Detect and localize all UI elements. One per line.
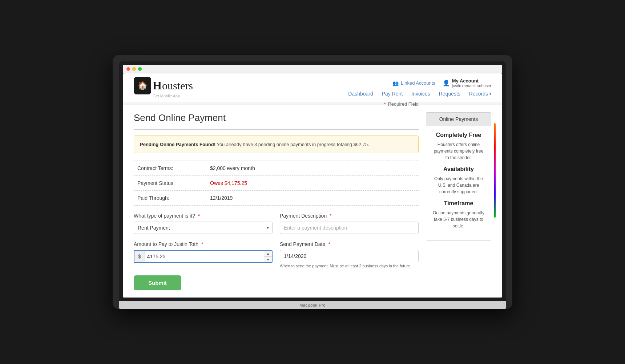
- contract-terms-label: Contract Terms:: [137, 165, 210, 171]
- sidebar-header: Online Payments: [426, 112, 491, 126]
- payment-status-row: Payment Status: Owes $4,175.25: [134, 176, 419, 191]
- payment-status-value: Owes $4,175.25: [210, 180, 247, 186]
- send-date-label: Send Payment Date *: [280, 241, 419, 247]
- sub-header: [123, 102, 502, 105]
- my-account-label: My Account: [452, 78, 491, 84]
- sidebar-accent-bar: [494, 123, 496, 218]
- close-button[interactable]: [126, 67, 130, 71]
- mobile-app-link[interactable]: Get Mobile App: [153, 94, 193, 98]
- main-content: Send Online Payment * Required Field Pen…: [123, 105, 502, 298]
- pending-payments-alert: Pending Online Payments Found! You alrea…: [134, 136, 419, 154]
- sidebar-text-timeframe: Online payments generally take 5-7 busin…: [432, 210, 485, 229]
- payment-status-label: Payment Status:: [137, 180, 210, 186]
- payment-type-group: What type of payment is it? * Rent Payme…: [134, 213, 273, 234]
- user-icon: 👤: [443, 80, 450, 86]
- linked-accounts-icon: 👥: [392, 80, 399, 86]
- app-header: 🏠 H ousters Get Mobile App 👥 Linked Acco…: [123, 73, 502, 102]
- dollar-sign: $: [134, 251, 145, 262]
- logo-h: H: [153, 79, 162, 92]
- amount-group: Amount to Pay to Justin Toth * $ ▲ ▼: [134, 241, 273, 268]
- form-fields-row-2: Amount to Pay to Justin Toth * $ ▲ ▼: [134, 241, 419, 268]
- payment-description-input[interactable]: [280, 222, 419, 234]
- contract-info-rows: Contract Terms: $2,000 every month Payme…: [134, 161, 419, 206]
- sidebar-section-title-free: Completely Free: [432, 132, 485, 138]
- spinner-up-button[interactable]: ▲: [264, 251, 272, 257]
- alert-bold-text: Pending Online Payments Found!: [140, 142, 215, 147]
- account-username: justin+tenant+subuser: [452, 84, 491, 88]
- records-dropdown-arrow: ▾: [489, 92, 491, 96]
- my-account-area[interactable]: 👤 My Account justin+tenant+subuser: [443, 78, 491, 88]
- payment-type-select-wrapper: Rent Payment Security Deposit Other ▾: [134, 222, 273, 234]
- payment-type-select[interactable]: Rent Payment Security Deposit Other: [134, 222, 273, 234]
- page-header-area: Send Online Payment * Required Field: [134, 112, 419, 126]
- payment-description-label: Payment Description *: [280, 213, 419, 219]
- spinner-down-button[interactable]: ▼: [264, 257, 272, 263]
- payment-type-label: What type of payment is it? *: [134, 213, 273, 219]
- nav-links: Dashboard Pay Rent Invoices Requests Rec…: [348, 91, 491, 97]
- linked-accounts-label: Linked Accounts: [401, 80, 435, 86]
- amount-input[interactable]: [145, 251, 264, 262]
- maximize-button[interactable]: [138, 67, 142, 71]
- title-divider: [134, 129, 419, 130]
- alert-message: You already have 3 pending online paymen…: [217, 142, 369, 147]
- amount-input-group: $ ▲ ▼: [134, 250, 273, 263]
- sidebar: Online Payments Completely Free Housters…: [426, 112, 491, 291]
- logo-text: ousters: [162, 80, 193, 92]
- send-date-required: *: [328, 241, 330, 247]
- sidebar-section-title-timeframe: Timeframe: [432, 200, 485, 207]
- required-asterisk: *: [384, 101, 386, 107]
- required-field-note: * Required Field: [384, 101, 419, 107]
- nav-records[interactable]: Records ▾: [469, 91, 491, 97]
- nav-dashboard[interactable]: Dashboard: [348, 91, 373, 97]
- submit-area: Submit: [134, 275, 419, 290]
- header-right: 👥 Linked Accounts 👤 My Account justin+te…: [348, 78, 491, 97]
- paid-through-row: Paid Through: 12/1/2019: [134, 191, 419, 206]
- sidebar-section-title-availability: Availability: [432, 166, 485, 173]
- sidebar-text-availability: Only payments within the U.S. and Canada…: [432, 175, 485, 195]
- sidebar-content: Completely Free Housters offers online p…: [426, 126, 491, 240]
- laptop-bottom: MacBook Pro: [119, 301, 506, 309]
- amount-label: Amount to Pay to Justin Toth *: [134, 241, 273, 247]
- contract-terms-value: $2,000 every month: [210, 165, 255, 171]
- paid-through-value: 12/1/2019: [210, 195, 233, 201]
- submit-button[interactable]: Submit: [134, 275, 181, 290]
- form-section: Send Online Payment * Required Field Pen…: [134, 112, 419, 291]
- nav-pay-rent[interactable]: Pay Rent: [382, 91, 403, 97]
- form-fields-row-1: What type of payment is it? * Rent Payme…: [134, 213, 419, 234]
- logo-icon: 🏠: [134, 77, 151, 94]
- paid-through-label: Paid Through:: [137, 195, 210, 201]
- send-date-group: Send Payment Date * When to send the pay…: [280, 241, 419, 268]
- linked-accounts-link[interactable]: 👥 Linked Accounts: [392, 80, 435, 86]
- nav-invoices[interactable]: Invoices: [411, 91, 430, 97]
- logo-area: 🏠 H ousters Get Mobile App: [134, 77, 193, 98]
- payment-description-group: Payment Description *: [280, 213, 419, 234]
- payment-description-required: *: [330, 213, 331, 219]
- send-date-input[interactable]: [280, 250, 419, 262]
- laptop-label: MacBook Pro: [299, 303, 326, 307]
- sidebar-text-free: Housters offers online payments complete…: [432, 141, 485, 161]
- nav-requests[interactable]: Requests: [439, 91, 460, 97]
- send-date-hint: When to send the payment. Must be at lea…: [280, 264, 419, 268]
- header-top-links: 👥 Linked Accounts 👤 My Account justin+te…: [392, 78, 491, 88]
- amount-required: *: [201, 241, 203, 247]
- amount-spinner: ▲ ▼: [264, 251, 272, 262]
- payment-type-required: *: [198, 213, 200, 219]
- contract-terms-row: Contract Terms: $2,000 every month: [134, 161, 419, 176]
- page-title: Send Online Payment: [134, 112, 226, 124]
- minimize-button[interactable]: [132, 67, 136, 71]
